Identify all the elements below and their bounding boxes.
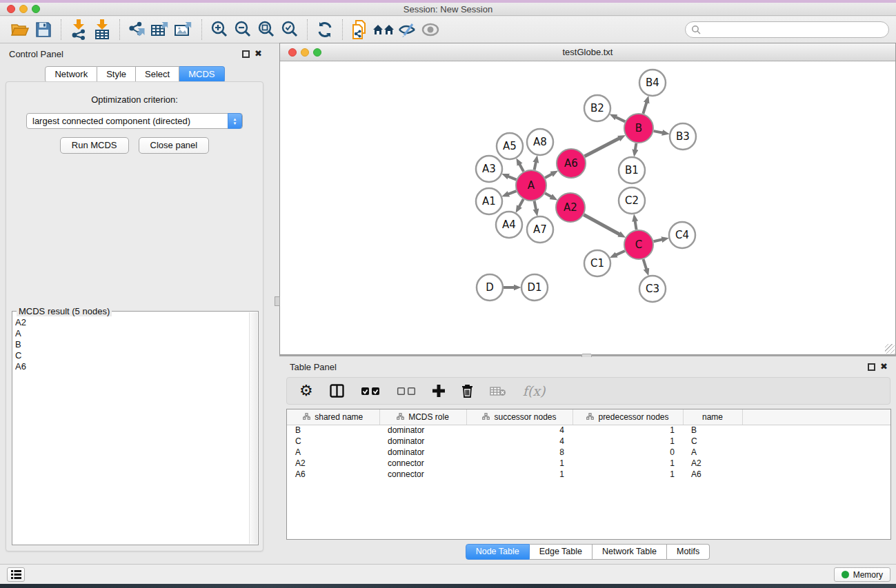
svg-text:A2: A2	[564, 201, 577, 214]
open-file-icon[interactable]	[8, 19, 32, 40]
column-header-MCDS-role[interactable]: MCDS role	[379, 409, 466, 425]
export-table-icon[interactable]	[149, 19, 172, 40]
tab-network[interactable]: Network	[45, 66, 97, 83]
tab-motifs[interactable]: Motifs	[667, 544, 710, 560]
import-network-icon[interactable]	[67, 19, 90, 40]
control-panel: Control Panel ✖ NetworkStyleSelectMCDS O…	[0, 43, 270, 562]
result-item[interactable]: A	[15, 328, 248, 339]
zoom-selected-icon[interactable]	[278, 19, 301, 40]
attribute-tree-icon	[397, 412, 404, 422]
search-field[interactable]	[685, 21, 889, 38]
mcds-result-list[interactable]: A2ABCA6	[15, 317, 248, 542]
mcds-result-legend: MCDS result (5 nodes)	[17, 306, 112, 316]
zoom-fit-icon[interactable]	[255, 19, 278, 40]
show-graphics-icon[interactable]	[419, 19, 442, 40]
checked-boxes-icon[interactable]	[361, 381, 380, 401]
attribute-tree-icon	[586, 412, 594, 422]
trash-icon[interactable]	[461, 381, 473, 401]
zoom-out-icon[interactable]	[231, 19, 255, 40]
copy-network-icon[interactable]	[348, 19, 372, 40]
gear-icon[interactable]: ⚙	[299, 381, 313, 401]
tab-network-table[interactable]: Network Table	[593, 544, 667, 560]
column-header-filler	[742, 409, 890, 425]
delete-table-icon[interactable]	[490, 381, 506, 401]
svg-text:A6: A6	[564, 157, 578, 170]
attribute-tree-icon	[303, 412, 310, 422]
main-toolbar	[0, 17, 896, 43]
criterion-selected-value: largest connected component (directed)	[32, 116, 190, 126]
table-row[interactable]: Adominator80A	[287, 447, 890, 458]
run-mcds-button[interactable]: Run MCDS	[60, 137, 129, 154]
result-item[interactable]: A2	[15, 317, 248, 328]
add-column-icon[interactable]	[432, 381, 445, 401]
export-image-icon[interactable]	[172, 19, 196, 40]
criterion-select[interactable]: largest connected component (directed) ▲…	[26, 113, 243, 129]
refresh-layout-icon[interactable]	[313, 19, 337, 40]
unchecked-boxes-icon[interactable]	[397, 381, 416, 401]
tab-node-table[interactable]: Node Table	[466, 544, 530, 560]
table-header-row: shared nameMCDS rolesuccessor nodesprede…	[287, 409, 890, 425]
status-bar: Memory	[0, 564, 896, 584]
network-window-titlebar[interactable]: testGlobe.txt	[280, 43, 895, 61]
save-session-icon[interactable]	[32, 19, 55, 40]
split-column-icon[interactable]	[330, 381, 344, 401]
result-item[interactable]: A6	[15, 361, 248, 372]
svg-text:A: A	[528, 179, 535, 192]
table-panel-tabs: Node TableEdge TableNetwork TableMotifs	[279, 544, 896, 560]
desktop-wallpaper-strip	[0, 584, 896, 588]
column-header-shared-name[interactable]: shared name	[287, 409, 379, 425]
svg-text:B4: B4	[646, 77, 659, 89]
toolbar-separator	[201, 19, 202, 40]
svg-text:D1: D1	[527, 281, 541, 294]
toolbar-separator	[342, 19, 343, 40]
close-panel-button[interactable]: Close panel	[139, 137, 210, 154]
close-panel-icon[interactable]: ✖	[255, 48, 262, 59]
app-titlebar: Session: New Session	[0, 3, 896, 16]
control-panel-title: Control Panel	[9, 49, 63, 59]
result-item[interactable]: C	[15, 350, 248, 361]
search-input[interactable]	[701, 23, 888, 37]
network-graph[interactable]: AA1A2A3A4A5A6A7A8BB1B2B3B4CC1C2C3C4DD1	[280, 61, 895, 354]
home-first-neighbors-icon[interactable]	[372, 19, 395, 40]
svg-text:B1: B1	[625, 164, 639, 176]
memory-button[interactable]: Memory	[834, 567, 890, 582]
close-panel-icon[interactable]: ✖	[880, 361, 888, 372]
table-panel-title: Table Panel	[290, 362, 337, 372]
svg-text:B: B	[635, 122, 642, 134]
table-row[interactable]: Cdominator41C	[287, 436, 890, 447]
table-body: Bdominator41BCdominator41CAdominator80AA…	[287, 425, 890, 480]
hide-edges-icon[interactable]	[395, 19, 419, 40]
optimization-criterion-label: Optimization criterion:	[6, 94, 263, 105]
tab-style[interactable]: Style	[97, 66, 136, 83]
memory-label: Memory	[853, 570, 883, 580]
float-panel-icon[interactable]	[868, 363, 875, 371]
table-row[interactable]: A2connector11A2	[287, 458, 890, 469]
svg-text:A7: A7	[533, 223, 547, 236]
table-row[interactable]: A6connector11A6	[287, 469, 890, 480]
tab-mcds[interactable]: MCDS	[179, 66, 224, 83]
split-pane-handle[interactable]	[275, 296, 280, 306]
tab-select[interactable]: Select	[136, 66, 179, 83]
column-header-predecessor-nodes[interactable]: predecessor nodes	[573, 409, 683, 425]
column-header-successor-nodes[interactable]: successor nodes	[466, 409, 573, 425]
svg-text:A1: A1	[482, 195, 496, 207]
import-table-icon[interactable]	[90, 19, 114, 40]
export-network-icon[interactable]	[126, 19, 149, 40]
svg-text:A4: A4	[502, 219, 516, 231]
task-history-button[interactable]	[7, 567, 25, 582]
select-stepper-icon: ▲▼	[228, 113, 242, 129]
table-panel: Table Panel ✖ ⚙ f(x) shared nameMCDS rol…	[279, 357, 896, 562]
control-panel-header: Control Panel ✖	[0, 43, 270, 63]
float-panel-icon[interactable]	[242, 50, 250, 58]
attribute-tree-icon	[482, 412, 490, 422]
column-header-name[interactable]: name	[683, 409, 742, 425]
result-item[interactable]: B	[15, 339, 248, 350]
table-row[interactable]: Bdominator41B	[287, 425, 890, 436]
resize-grip-icon[interactable]	[885, 344, 895, 354]
svg-text:B2: B2	[590, 102, 604, 114]
tab-edge-table[interactable]: Edge Table	[530, 544, 593, 560]
network-view-window: testGlobe.txt AA1A2A3A4A5A6A7A8BB1B2B3B4…	[279, 43, 896, 355]
mcds-tab-content: Optimization criterion: largest connecte…	[6, 81, 263, 551]
result-scrollbar[interactable]	[249, 312, 257, 544]
zoom-in-icon[interactable]	[208, 19, 231, 40]
